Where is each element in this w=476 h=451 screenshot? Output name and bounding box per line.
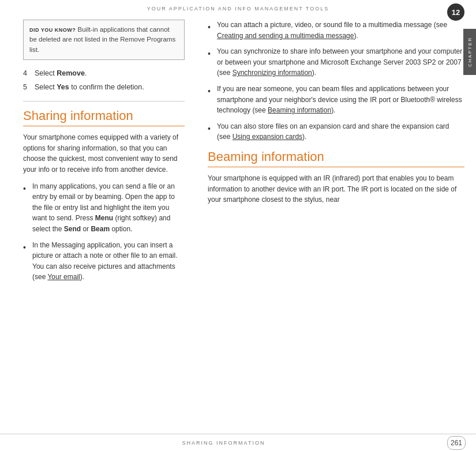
right-bullet-1-text: You can attach a picture, video, or soun…: [217, 20, 464, 41]
page-number: 261: [451, 439, 462, 447]
multimedia-message-link[interactable]: Creating and sending a multimedia messag…: [217, 32, 354, 40]
footer-text: SHARING INFORMATION: [0, 440, 447, 446]
did-you-know-box: DID YOU KNOW? Built-in applications that…: [23, 20, 185, 60]
bullet-2-text: In the Messaging application, you can in…: [32, 240, 185, 283]
your-email-link[interactable]: Your email: [47, 273, 80, 281]
bullet-item-1: • In many applications, you can send a f…: [23, 181, 185, 235]
right-column: • You can attach a picture, video, or so…: [202, 20, 464, 414]
sharing-section: Sharing information Your smartphone come…: [23, 108, 185, 283]
step-4-number: 4: [23, 68, 31, 79]
beaming-section: Beaming information Your smartphone is e…: [208, 149, 464, 205]
step-4-text: Select Remove.: [35, 68, 87, 79]
steps-section: 4 Select Remove. 5 Select Yes to confirm…: [23, 68, 185, 102]
right-bullet-3: • If you are near someone, you can beam …: [208, 84, 464, 116]
did-you-know-label: DID YOU KNOW?: [29, 27, 76, 33]
right-bullet-1: • You can attach a picture, video, or so…: [208, 20, 464, 41]
right-bullet-4-text: You can also store files on an expansion…: [217, 121, 464, 142]
expansion-cards-link[interactable]: Using expansion cards: [233, 133, 302, 141]
beaming-divider: [208, 167, 464, 167]
beaming-heading: Beaming information: [208, 149, 464, 164]
chapter-badge: 12: [447, 3, 464, 21]
page-container: YOUR APPLICATION AND INFO MANAGEMENT TOO…: [0, 0, 476, 451]
right-bullet-2-text: You can synchronize to share info betwee…: [217, 46, 464, 78]
right-bullet-dot-1: •: [208, 21, 212, 34]
right-bullet-2: • You can synchronize to share info betw…: [208, 46, 464, 78]
right-bullet-list: • You can attach a picture, video, or so…: [208, 20, 464, 142]
right-bullet-4: • You can also store files on an expansi…: [208, 121, 464, 142]
sharing-body: Your smartphone comes equipped with a va…: [23, 132, 185, 175]
chapter-sidebar: CHAPTER: [463, 29, 476, 75]
bullet-1-text: In many applications, you can send a fil…: [32, 181, 185, 235]
sharing-bullet-list: • In many applications, you can send a f…: [23, 181, 185, 283]
bullet-dot-2: •: [23, 242, 28, 254]
main-content: DID YOU KNOW? Built-in applications that…: [0, 15, 476, 419]
sharing-divider: [23, 126, 185, 126]
bottom-footer: SHARING INFORMATION 261: [0, 434, 476, 451]
step-5-number: 5: [23, 82, 31, 93]
step-5-text: Select Yes to confirm the deletion.: [35, 82, 144, 93]
top-header: YOUR APPLICATION AND INFO MANAGEMENT TOO…: [0, 0, 476, 15]
bullet-item-2: • In the Messaging application, you can …: [23, 240, 185, 283]
beaming-body: Your smartphone is equipped with an IR (…: [208, 173, 464, 205]
sharing-heading: Sharing information: [23, 108, 185, 123]
step-4: 4 Select Remove.: [23, 68, 185, 79]
left-column: DID YOU KNOW? Built-in applications that…: [23, 20, 190, 414]
header-title: YOUR APPLICATION AND INFO MANAGEMENT TOO…: [35, 6, 441, 12]
synchronizing-link[interactable]: Synchronizing information: [233, 69, 312, 77]
right-bullet-dot-2: •: [208, 48, 212, 61]
right-bullet-3-text: If you are near someone, you can beam fi…: [217, 84, 464, 116]
right-bullet-dot-4: •: [208, 123, 212, 136]
right-bullet-dot-3: •: [208, 85, 212, 98]
bullet-dot-1: •: [23, 183, 28, 196]
footer-page-badge: 261: [447, 436, 466, 450]
beaming-info-link[interactable]: Beaming information: [268, 106, 331, 114]
step-5: 5 Select Yes to confirm the deletion.: [23, 82, 185, 93]
